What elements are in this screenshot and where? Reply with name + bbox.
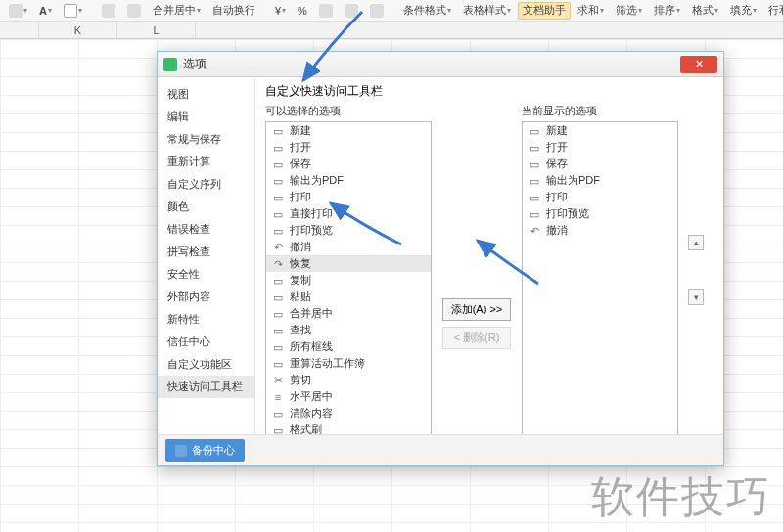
fill-button[interactable]: 填充▾ <box>725 2 761 20</box>
available-item[interactable]: ▭合并居中 <box>266 305 431 322</box>
available-item[interactable]: ▭输出为PDF <box>266 172 431 189</box>
cmd-icon: ▭ <box>272 408 284 420</box>
percent-button[interactable]: % <box>293 2 312 20</box>
sidebar-item-8[interactable]: 安全性 <box>158 263 254 286</box>
column-headers: K L <box>0 22 783 39</box>
dialog-footer: 备份中心 <box>158 434 723 466</box>
move-down-button[interactable]: ▾ <box>688 289 704 305</box>
dialog-titlebar[interactable]: 选项 ✕ <box>158 52 723 77</box>
cmd-icon: ✂ <box>272 375 284 386</box>
options-sidebar: 视图编辑常规与保存重新计算自定义序列颜色错误检查拼写检查安全性外部内容新特性信任… <box>158 77 255 434</box>
inc-decimal-button[interactable] <box>340 2 363 20</box>
align-icon[interactable] <box>97 2 120 20</box>
available-item[interactable]: ▭所有框线 <box>266 338 431 355</box>
close-button[interactable]: ✕ <box>680 56 717 73</box>
available-item[interactable]: ✂剪切 <box>266 372 431 388</box>
cmd-icon: ▭ <box>529 158 540 170</box>
sidebar-item-11[interactable]: 信任中心 <box>158 331 254 353</box>
cmd-label: 打印预览 <box>290 223 333 238</box>
available-item[interactable]: ▭清除内容 <box>266 405 431 421</box>
cmd-icon: ▭ <box>272 192 284 203</box>
cmd-label: 水平居中 <box>290 389 333 404</box>
cmd-label: 清除内容 <box>290 406 333 421</box>
available-item[interactable]: ▭打印 <box>266 189 431 205</box>
sort-button[interactable]: 排序▾ <box>649 2 685 20</box>
sidebar-item-3[interactable]: 重新计算 <box>158 151 254 173</box>
available-item[interactable]: ▭新建 <box>266 122 431 139</box>
backup-icon <box>175 445 187 457</box>
current-commands-list[interactable]: ▭新建▭打开▭保存▭输出为PDF▭打印▭打印预览↶撤消 <box>522 121 678 436</box>
cmd-label: 打印 <box>546 190 568 204</box>
cmd-icon: ↷ <box>272 258 284 270</box>
add-button[interactable]: 添加(A) >> <box>442 298 511 321</box>
move-up-button[interactable]: ▴ <box>688 235 704 250</box>
comma-button[interactable] <box>314 2 338 20</box>
sidebar-item-9[interactable]: 外部内容 <box>158 286 254 308</box>
sidebar-item-12[interactable]: 自定义功能区 <box>158 353 254 376</box>
cmd-icon: ▭ <box>529 125 540 137</box>
right-list-label: 当前显示的选项 <box>522 104 678 118</box>
cmd-label: 打开 <box>546 140 568 155</box>
current-item[interactable]: ↶撤消 <box>523 222 677 239</box>
filter-button[interactable]: 筛选▾ <box>611 2 647 20</box>
dec-decimal-button[interactable] <box>365 2 389 20</box>
merge-center-button[interactable]: 合并居中▾ <box>148 2 206 20</box>
font-color-icon[interactable]: A▾ <box>34 2 57 20</box>
current-item[interactable]: ▭新建 <box>523 122 677 139</box>
current-item[interactable]: ▭保存 <box>523 155 677 172</box>
col-L[interactable]: L <box>117 22 196 38</box>
cmd-label: 查找 <box>290 323 311 337</box>
remove-button[interactable]: < 删除(R) <box>442 327 511 349</box>
options-dialog: 选项 ✕ 视图编辑常规与保存重新计算自定义序列颜色错误检查拼写检查安全性外部内容… <box>157 51 724 466</box>
options-main-panel: 自定义快速访问工具栏 可以选择的选项 ▭新建▭打开▭保存▭输出为PDF▭打印▭直… <box>255 77 723 434</box>
sidebar-item-7[interactable]: 拼写检查 <box>158 241 254 263</box>
available-item[interactable]: ↷恢复 <box>266 255 431 272</box>
format-button[interactable]: 格式▾ <box>687 2 723 20</box>
current-item[interactable]: ▭打印预览 <box>523 205 677 222</box>
row-col-button[interactable]: 行和列▾ <box>763 2 783 20</box>
available-item[interactable]: ▭打开 <box>266 139 431 155</box>
available-item[interactable]: ▭保存 <box>266 155 431 172</box>
available-item[interactable]: ↶撤消 <box>266 239 431 255</box>
cmd-label: 新建 <box>290 123 311 138</box>
current-item[interactable]: ▭输出为PDF <box>523 172 677 189</box>
cmd-label: 复制 <box>290 273 311 288</box>
font-fill-icon[interactable]: ▾ <box>4 2 32 20</box>
available-item[interactable]: ▭打印预览 <box>266 222 431 239</box>
sidebar-item-1[interactable]: 编辑 <box>158 106 254 128</box>
cmd-label: 合并居中 <box>290 306 333 321</box>
auto-wrap-button[interactable]: 自动换行 <box>207 2 260 20</box>
col-K[interactable]: K <box>39 22 117 38</box>
available-item[interactable]: ≡水平居中 <box>266 388 431 405</box>
highlight-icon[interactable]: ▾ <box>59 2 87 20</box>
available-item[interactable]: ▭复制 <box>266 272 431 288</box>
sum-button[interactable]: 求和▾ <box>573 2 609 20</box>
cmd-icon: ≡ <box>272 391 284 403</box>
current-item[interactable]: ▭打印 <box>523 189 677 205</box>
available-item[interactable]: ▭重算活动工作簿 <box>266 355 431 372</box>
table-style-button[interactable]: 表格样式▾ <box>458 2 516 20</box>
cond-format-button[interactable]: 条件格式▾ <box>398 2 456 20</box>
sidebar-item-0[interactable]: 视图 <box>158 83 254 106</box>
available-commands-list[interactable]: ▭新建▭打开▭保存▭输出为PDF▭打印▭直接打印▭打印预览↶撤消↷恢复▭复制▭粘… <box>265 121 432 436</box>
doc-assistant-button[interactable]: 文档助手 <box>518 2 571 20</box>
left-list-label: 可以选择的选项 <box>265 104 432 118</box>
sidebar-item-6[interactable]: 错误检查 <box>158 218 254 241</box>
sidebar-item-2[interactable]: 常规与保存 <box>158 128 254 151</box>
sidebar-item-10[interactable]: 新特性 <box>158 308 254 331</box>
cmd-icon: ▭ <box>272 325 284 336</box>
cmd-label: 粘贴 <box>290 289 311 304</box>
indent-icon[interactable] <box>122 2 146 20</box>
currency-button[interactable]: ¥▾ <box>270 2 291 20</box>
available-item[interactable]: ▭查找 <box>266 322 431 338</box>
available-item[interactable]: ▭粘贴 <box>266 288 431 305</box>
cmd-icon: ▭ <box>272 358 284 370</box>
backup-center-button[interactable]: 备份中心 <box>165 439 245 462</box>
sidebar-item-4[interactable]: 自定义序列 <box>158 173 254 196</box>
sidebar-item-13[interactable]: 快速访问工具栏 <box>158 376 254 398</box>
available-item[interactable]: ▭直接打印 <box>266 205 431 222</box>
current-item[interactable]: ▭打开 <box>523 139 677 155</box>
app-logo-icon <box>163 58 177 71</box>
sidebar-item-5[interactable]: 颜色 <box>158 196 254 218</box>
cmd-label: 保存 <box>290 156 311 171</box>
